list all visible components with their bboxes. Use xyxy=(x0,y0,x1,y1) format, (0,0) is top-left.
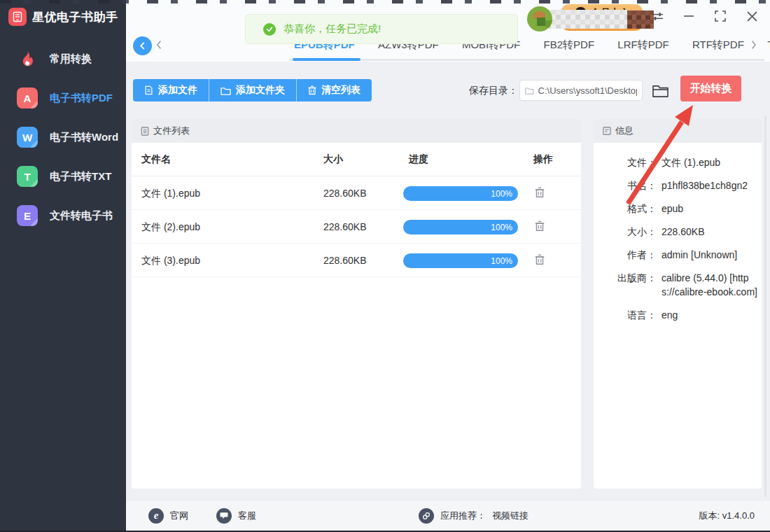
file-name: 文件 (2).epub xyxy=(141,221,200,234)
customer-service-link[interactable]: 客服 xyxy=(216,508,256,524)
save-dir-label: 保存目录： xyxy=(469,85,518,97)
website-label: 官网 xyxy=(170,510,188,522)
app-window: 会员中心 EPUB转PDF AZW3转PDF MOBI转PDF FB2转PDF … xyxy=(0,0,770,532)
service-label: 客服 xyxy=(238,510,256,522)
user-avatar[interactable] xyxy=(527,6,552,31)
maximize-icon xyxy=(715,10,726,22)
check-circle-icon xyxy=(263,23,276,36)
table-row: 文件 (3).epub 228.60KB 100% xyxy=(132,244,581,277)
app-title: 星优电子书助手 xyxy=(32,9,118,25)
info-field-language: 语言：eng xyxy=(594,308,762,322)
delete-row-button[interactable] xyxy=(535,187,545,201)
link-icon xyxy=(419,508,434,524)
promo-label: 应用推荐： xyxy=(440,510,486,522)
file-plus-icon xyxy=(144,85,153,95)
username-censored xyxy=(546,10,627,29)
toast-message: 恭喜你，任务已完成! xyxy=(284,22,381,36)
tune-icon xyxy=(651,10,664,23)
file-list-panel: 文件列表 文件名 大小 进度 操作 文件 (1).epub 228.60KB 1… xyxy=(132,119,581,489)
tab-fb2-pdf[interactable]: FB2转PDF xyxy=(544,38,595,52)
file-name: 文件 (3).epub xyxy=(141,255,200,267)
info-field-publisher: 出版商：calibre (5.44.0) [https://calibre-eb… xyxy=(594,271,762,299)
table-row: 文件 (1).epub 228.60KB 100% xyxy=(132,176,581,210)
chevron-left-icon xyxy=(139,42,146,50)
browse-folder-button[interactable] xyxy=(650,80,671,101)
column-size: 大小 xyxy=(323,153,343,166)
progress-value: 100% xyxy=(491,223,512,232)
file-name: 文件 (1).epub xyxy=(141,188,200,200)
sidebar-item-label: 文件转电子书 xyxy=(50,209,113,223)
progress-value: 100% xyxy=(491,189,512,199)
file-size: 228.60KB xyxy=(323,255,367,266)
close-button[interactable] xyxy=(745,9,759,23)
settings-button[interactable] xyxy=(650,9,664,23)
progress-bar: 100% xyxy=(403,220,518,234)
info-doc-icon xyxy=(603,127,611,135)
file-size: 228.60KB xyxy=(323,221,367,232)
ebook-icon: E xyxy=(17,205,38,226)
sidebar-menu: 常用转换 A 电子书转PDF W 电子书转Word T 电子书转TXT E 文件… xyxy=(0,39,126,235)
minimize-button[interactable] xyxy=(682,9,696,23)
list-doc-icon xyxy=(141,127,149,136)
back-button[interactable] xyxy=(133,36,152,55)
delete-row-button[interactable] xyxy=(535,220,545,234)
tab-lrf-pdf[interactable]: LRF转PDF xyxy=(617,38,668,52)
info-body: 文件：文件 (1).epub 书名：p1hfl838be1ch8gn2 格式：e… xyxy=(594,143,762,322)
version-label: 版本: v1.4.0.0 xyxy=(699,510,755,522)
tab-scroll-left-button[interactable] xyxy=(155,40,162,52)
success-toast: 恭喜你，任务已完成! xyxy=(245,14,518,44)
sidebar-item-ebook-to-pdf[interactable]: A 电子书转PDF xyxy=(0,78,126,118)
progress-value: 100% xyxy=(491,256,512,266)
minimize-icon xyxy=(683,10,694,22)
app-brand: 星优电子书助手 xyxy=(8,8,118,26)
table-header: 文件名 大小 进度 操作 xyxy=(132,143,581,176)
file-actions-group: 添加文件 添加文件夹 清空列表 xyxy=(133,79,372,102)
footer: e 官网 客服 应用推荐： 视频链接 版本: v1.4.0.0 xyxy=(126,500,770,531)
chevron-left-icon xyxy=(155,40,162,50)
progress-bar: 100% xyxy=(403,186,518,201)
save-dir-input[interactable]: C:\Users\yssoft1\Desktop xyxy=(519,80,643,101)
screen-artifact xyxy=(0,0,770,4)
column-operation: 操作 xyxy=(533,153,553,166)
clear-list-button[interactable]: 清空列表 xyxy=(296,79,372,102)
sidebar: 星优电子书助手 常用转换 A 电子书转PDF W 电子书转Word T 电子书转… xyxy=(0,0,126,532)
info-panel: 信息 文件：文件 (1).epub 书名：p1hfl838be1ch8gn2 格… xyxy=(594,119,762,489)
maximize-button[interactable] xyxy=(713,9,727,23)
sidebar-item-ebook-to-txt[interactable]: T 电子书转TXT xyxy=(0,157,126,196)
folder-open-icon xyxy=(652,83,669,98)
txt-icon: T xyxy=(17,166,38,187)
folder-plus-icon xyxy=(220,86,231,95)
info-field-format: 格式：epub xyxy=(594,202,762,216)
promo-video-link[interactable]: 视频链接 xyxy=(492,510,528,522)
table-row: 文件 (2).epub 228.60KB 100% xyxy=(132,210,581,244)
file-list-title: 文件列表 xyxy=(153,125,190,137)
add-file-button[interactable]: 添加文件 xyxy=(133,79,209,102)
info-title: 信息 xyxy=(615,125,634,137)
active-tab-underline xyxy=(293,58,360,61)
info-field-size: 大小：228.60KB xyxy=(594,225,762,239)
info-field-file: 文件：文件 (1).epub xyxy=(594,155,762,169)
website-link[interactable]: e 官网 xyxy=(148,508,188,524)
sidebar-item-label: 常用转换 xyxy=(50,52,92,66)
start-convert-button[interactable]: 开始转换 xyxy=(680,76,741,102)
progress-bar: 100% xyxy=(403,253,518,268)
sidebar-item-common-convert[interactable]: 常用转换 xyxy=(0,39,126,78)
app-promo: 应用推荐： 视频链接 xyxy=(419,508,528,524)
close-icon xyxy=(747,11,757,22)
tab-rtf-pdf[interactable]: RTF转PDF xyxy=(692,38,744,52)
sidebar-item-label: 电子书转TXT xyxy=(50,170,111,183)
trash-icon xyxy=(535,220,545,232)
trash-icon xyxy=(308,85,316,95)
tab-tcr-pdf[interactable]: TCR转PDF xyxy=(767,38,770,52)
scrollbar[interactable] xyxy=(764,116,766,497)
sidebar-item-ebook-to-word[interactable]: W 电子书转Word xyxy=(0,118,126,157)
save-dir-value: C:\Users\yssoft1\Desktop xyxy=(538,85,637,96)
sidebar-item-file-to-ebook[interactable]: E 文件转电子书 xyxy=(0,196,126,235)
info-field-bookname: 书名：p1hfl838be1ch8gn2 xyxy=(594,178,762,192)
file-list-header: 文件列表 xyxy=(132,119,581,143)
delete-row-button[interactable] xyxy=(535,254,545,268)
sidebar-item-label: 电子书转Word xyxy=(50,131,118,144)
add-folder-button[interactable]: 添加文件夹 xyxy=(209,79,296,102)
column-progress: 进度 xyxy=(409,153,428,166)
file-size: 228.60KB xyxy=(323,188,367,199)
